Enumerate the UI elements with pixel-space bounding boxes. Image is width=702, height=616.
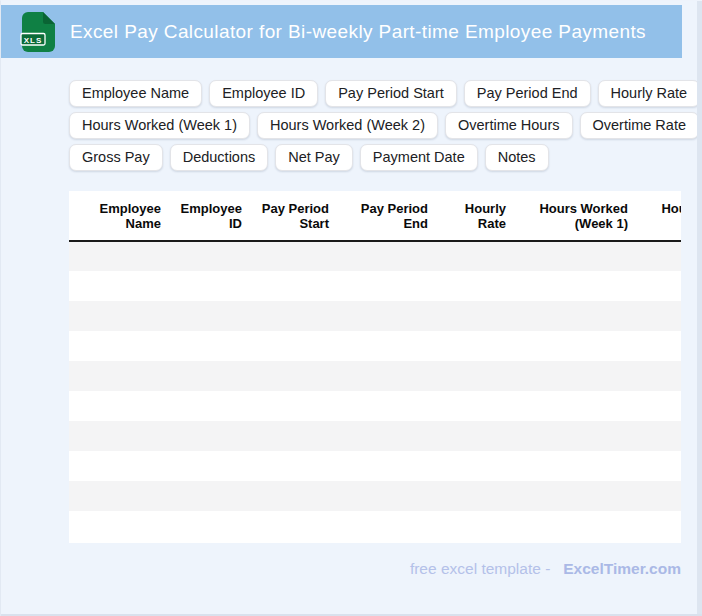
xls-file-icon: XLS — [20, 11, 56, 53]
field-chip[interactable]: Net Pay — [275, 144, 353, 171]
table-cell — [634, 361, 681, 391]
table-row — [69, 301, 681, 331]
table-cell — [167, 271, 248, 301]
field-chip[interactable]: Deductions — [170, 144, 269, 171]
table-cell — [335, 391, 434, 421]
table-cell — [634, 301, 681, 331]
table-row — [69, 361, 681, 391]
field-chip[interactable]: Overtime Hours — [445, 112, 573, 139]
column-header: Hours Worked(Week 1) — [512, 191, 634, 241]
table-row — [69, 271, 681, 301]
table-cell — [434, 301, 512, 331]
table-cell — [69, 421, 167, 451]
table-cell — [69, 331, 167, 361]
table-cell — [69, 241, 167, 271]
table-cell — [434, 361, 512, 391]
field-chip-row: Gross PayDeductionsNet PayPayment DateNo… — [69, 144, 700, 171]
footer-text: free excel template - — [410, 560, 555, 577]
table-cell — [248, 361, 335, 391]
table-cell — [69, 451, 167, 481]
field-chip[interactable]: Hours Worked (Week 2) — [257, 112, 438, 139]
page-title: Excel Pay Calculator for Bi-weekly Part-… — [70, 21, 646, 43]
table-cell — [69, 361, 167, 391]
table-cell — [167, 421, 248, 451]
field-chip[interactable]: Hourly Rate — [598, 80, 701, 107]
page: XLS Excel Pay Calculator for Bi-weekly P… — [0, 0, 702, 616]
table-cell — [512, 481, 634, 511]
table-cell — [634, 391, 681, 421]
table-cell — [335, 511, 434, 541]
column-header: EmployeeName — [69, 191, 167, 241]
field-chip[interactable]: Overtime Rate — [580, 112, 699, 139]
table-row — [69, 241, 681, 271]
pay-table-wrapper: EmployeeNameEmployeeIDPay PeriodStartPay… — [69, 191, 681, 543]
table-cell — [167, 481, 248, 511]
field-chip[interactable]: Hours Worked (Week 1) — [69, 112, 250, 139]
table-row — [69, 331, 681, 361]
pay-table: EmployeeNameEmployeeIDPay PeriodStartPay… — [69, 191, 681, 541]
table-header-row: EmployeeNameEmployeeIDPay PeriodStartPay… — [69, 191, 681, 241]
table-cell — [248, 421, 335, 451]
column-header: HourlyRate — [434, 191, 512, 241]
table-cell — [512, 511, 634, 541]
field-chip[interactable]: Pay Period Start — [325, 80, 457, 107]
table-cell — [248, 331, 335, 361]
table-cell — [167, 301, 248, 331]
table-cell — [167, 511, 248, 541]
table-cell — [634, 241, 681, 271]
table-cell — [248, 451, 335, 481]
field-chip[interactable]: Payment Date — [360, 144, 478, 171]
table-cell — [167, 391, 248, 421]
field-chip[interactable]: Pay Period End — [464, 80, 591, 107]
table-cell — [335, 271, 434, 301]
exceltimer-link[interactable]: ExcelTimer.com — [563, 560, 681, 577]
table-cell — [434, 271, 512, 301]
table-cell — [512, 451, 634, 481]
table-cell — [512, 241, 634, 271]
column-header: Pay PeriodEnd — [335, 191, 434, 241]
table-cell — [69, 481, 167, 511]
table-row — [69, 481, 681, 511]
field-chip[interactable]: Employee ID — [209, 80, 318, 107]
table-row — [69, 391, 681, 421]
table-row — [69, 421, 681, 451]
field-chip[interactable]: Gross Pay — [69, 144, 163, 171]
table-cell — [248, 391, 335, 421]
table-row — [69, 511, 681, 541]
table-cell — [335, 451, 434, 481]
column-header: EmployeeID — [167, 191, 248, 241]
table-cell — [335, 481, 434, 511]
column-header: Pay PeriodStart — [248, 191, 335, 241]
field-chip-row: Hours Worked (Week 1)Hours Worked (Week … — [69, 112, 700, 139]
table-cell — [248, 481, 335, 511]
table-cell — [634, 481, 681, 511]
table-cell — [167, 331, 248, 361]
table-cell — [434, 481, 512, 511]
table-cell — [512, 301, 634, 331]
table-cell — [634, 331, 681, 361]
table-cell — [69, 301, 167, 331]
table-cell — [335, 241, 434, 271]
table-row — [69, 451, 681, 481]
header-band: XLS Excel Pay Calculator for Bi-weekly P… — [1, 5, 682, 58]
table-cell — [167, 361, 248, 391]
table-cell — [512, 421, 634, 451]
table-cell — [512, 361, 634, 391]
footer: free excel template - ExcelTimer.com — [69, 560, 681, 578]
column-header: Hours Worked(Week 2) — [634, 191, 681, 241]
field-chip[interactable]: Notes — [485, 144, 549, 171]
field-chip-row: Employee NameEmployee IDPay Period Start… — [69, 80, 700, 107]
table-cell — [69, 271, 167, 301]
field-chip[interactable]: Employee Name — [69, 80, 202, 107]
table-cell — [434, 511, 512, 541]
table-cell — [634, 511, 681, 541]
table-cell — [69, 391, 167, 421]
table-cell — [434, 451, 512, 481]
table-cell — [248, 241, 335, 271]
table-cell — [335, 301, 434, 331]
page-edge-right — [697, 1, 702, 616]
table-cell — [167, 241, 248, 271]
table-cell — [634, 451, 681, 481]
table-cell — [512, 271, 634, 301]
table-cell — [69, 511, 167, 541]
